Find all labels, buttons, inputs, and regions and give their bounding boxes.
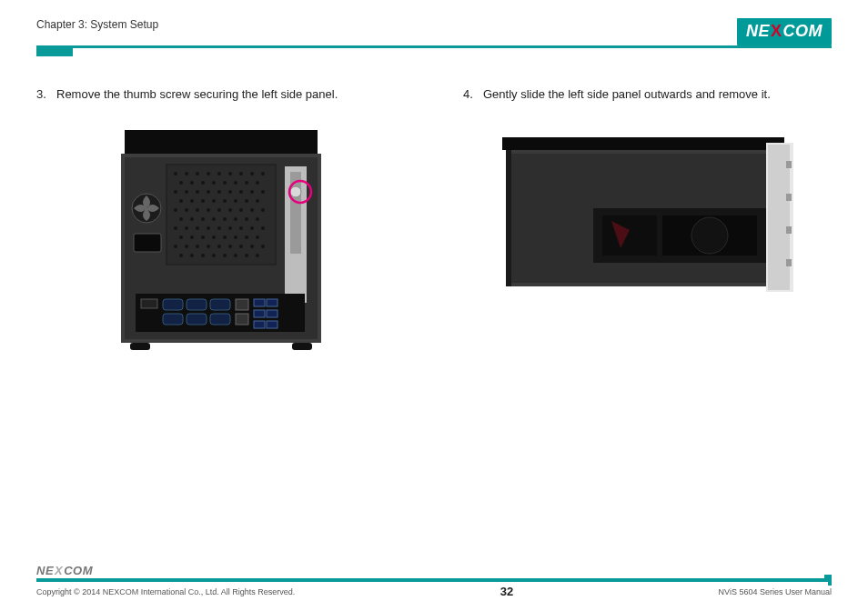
svg-point-81 xyxy=(179,254,183,257)
footer-logo-right: COM xyxy=(64,564,93,577)
svg-point-50 xyxy=(212,217,216,221)
svg-point-64 xyxy=(179,235,183,239)
svg-point-43 xyxy=(228,208,232,212)
svg-point-18 xyxy=(234,181,237,185)
svg-point-9 xyxy=(228,172,232,175)
svg-point-80 xyxy=(261,245,265,248)
svg-point-83 xyxy=(201,254,205,257)
svg-rect-0 xyxy=(125,130,318,154)
device-rear-illustration xyxy=(103,121,339,357)
svg-rect-104 xyxy=(254,299,265,306)
logo-text-left: NE xyxy=(746,22,770,41)
manual-page: Chapter 3: System Setup NE X COM 3. Remo… xyxy=(0,0,868,611)
manual-title: NViS 5604 Series User Manual xyxy=(719,587,832,596)
svg-point-73 xyxy=(185,245,188,248)
header-rule xyxy=(36,45,832,48)
svg-point-37 xyxy=(256,199,259,203)
svg-rect-121 xyxy=(506,150,511,286)
svg-point-65 xyxy=(190,235,194,239)
svg-point-59 xyxy=(217,226,221,230)
svg-point-22 xyxy=(185,190,188,194)
step-number: 3. xyxy=(36,86,49,103)
svg-rect-122 xyxy=(786,161,792,168)
svg-point-15 xyxy=(201,181,205,185)
svg-point-36 xyxy=(245,199,248,203)
left-column: 3. Remove the thumb screw securing the l… xyxy=(36,86,405,357)
svg-point-8 xyxy=(217,172,221,175)
svg-point-74 xyxy=(196,245,199,248)
svg-point-5 xyxy=(185,172,188,175)
svg-point-49 xyxy=(201,217,205,221)
svg-point-40 xyxy=(196,208,199,212)
svg-point-19 xyxy=(245,181,248,185)
svg-point-24 xyxy=(207,190,210,194)
device-side-illustration xyxy=(493,121,802,303)
svg-point-66 xyxy=(201,235,205,239)
copyright-text: Copyright © 2014 NEXCOM International Co… xyxy=(36,587,295,596)
brand-logo: NE X COM xyxy=(737,18,832,45)
svg-rect-90 xyxy=(134,234,161,252)
svg-point-51 xyxy=(223,217,227,221)
svg-point-68 xyxy=(223,235,227,239)
svg-point-70 xyxy=(245,235,248,239)
footer-logo: NE X COM xyxy=(36,564,93,577)
svg-point-10 xyxy=(239,172,243,175)
svg-point-34 xyxy=(223,199,227,203)
svg-rect-107 xyxy=(267,310,278,317)
svg-point-88 xyxy=(256,254,259,257)
page-footer: NE X COM Copyright © 2014 NEXCOM Interna… xyxy=(36,562,832,598)
svg-rect-102 xyxy=(236,299,248,310)
svg-point-7 xyxy=(207,172,210,175)
figure-step-4 xyxy=(463,121,832,303)
svg-point-77 xyxy=(228,245,232,248)
svg-point-16 xyxy=(212,181,216,185)
svg-point-28 xyxy=(250,190,254,194)
svg-point-55 xyxy=(174,226,177,230)
svg-point-54 xyxy=(256,217,259,221)
svg-point-93 xyxy=(290,186,301,197)
right-column: 4. Gently slide the left side panel outw… xyxy=(463,86,832,357)
step-number: 4. xyxy=(463,86,476,103)
step-4: 4. Gently slide the left side panel outw… xyxy=(463,86,832,103)
svg-point-61 xyxy=(239,226,243,230)
svg-point-17 xyxy=(223,181,227,185)
svg-point-35 xyxy=(234,199,237,203)
svg-point-38 xyxy=(174,208,177,212)
svg-rect-112 xyxy=(502,137,784,150)
svg-point-57 xyxy=(196,226,199,230)
svg-rect-124 xyxy=(786,226,792,234)
svg-point-42 xyxy=(217,208,221,212)
svg-point-85 xyxy=(223,254,227,257)
svg-point-84 xyxy=(212,254,216,257)
svg-point-21 xyxy=(174,190,177,194)
svg-rect-105 xyxy=(267,299,278,306)
logo-text-x: X xyxy=(771,22,782,41)
svg-rect-103 xyxy=(236,314,248,325)
footer-accent-icon-small xyxy=(828,582,832,586)
svg-point-48 xyxy=(190,217,194,221)
svg-rect-99 xyxy=(163,314,183,325)
svg-rect-123 xyxy=(786,194,792,201)
svg-point-72 xyxy=(174,245,177,248)
svg-rect-111 xyxy=(292,343,312,350)
svg-point-62 xyxy=(250,226,254,230)
svg-point-41 xyxy=(207,208,210,212)
figure-step-3 xyxy=(36,121,405,357)
svg-point-27 xyxy=(239,190,243,194)
svg-point-120 xyxy=(691,217,728,254)
svg-point-52 xyxy=(234,217,237,221)
page-header: Chapter 3: System Setup NE X COM xyxy=(36,18,832,45)
footer-accent-icon xyxy=(824,575,832,582)
svg-point-75 xyxy=(207,245,210,248)
svg-point-47 xyxy=(179,217,183,221)
svg-point-25 xyxy=(217,190,221,194)
svg-point-69 xyxy=(234,235,237,239)
svg-point-67 xyxy=(212,235,216,239)
content-area: 3. Remove the thumb screw securing the l… xyxy=(36,86,832,357)
svg-point-53 xyxy=(245,217,248,221)
svg-point-29 xyxy=(261,190,265,194)
svg-point-26 xyxy=(228,190,232,194)
header-accent xyxy=(36,45,73,56)
footer-rule xyxy=(36,578,832,582)
svg-point-79 xyxy=(250,245,254,248)
